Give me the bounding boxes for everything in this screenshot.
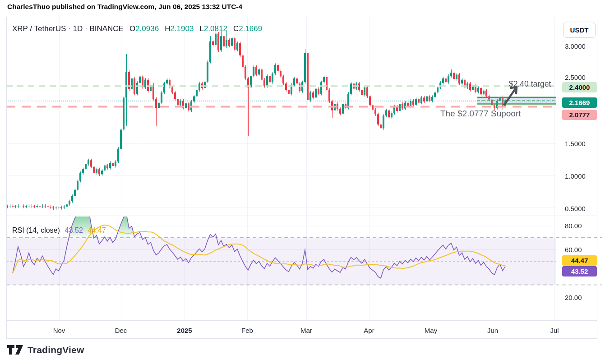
price-axis-label: 1.5000 bbox=[565, 140, 586, 147]
rsi-title: RSI (14, close) bbox=[12, 226, 60, 235]
symbol-legend: XRP / TetherUS · 1D · BINANCE O2.0936 H2… bbox=[12, 24, 262, 33]
rsi-ma-value: 44.47 bbox=[88, 226, 106, 235]
low-value: 2.0812 bbox=[204, 24, 227, 33]
publish-byline: CharlesThuo published on TradingView.com… bbox=[7, 3, 242, 11]
tradingview-glyph-icon bbox=[7, 345, 23, 355]
rsi-legend: RSI (14, close) 43.52 44.47 bbox=[12, 226, 106, 235]
close-value: 2.1669 bbox=[239, 24, 262, 33]
time-axis-label: Jun bbox=[476, 327, 509, 334]
high-label: H bbox=[165, 24, 170, 33]
time-axis-label: 2025 bbox=[168, 327, 201, 334]
rsi-axis-label: 20.00 bbox=[565, 294, 582, 301]
open-label: O bbox=[129, 24, 135, 33]
price-axis-label: 3.0000 bbox=[565, 42, 586, 50]
time-axis-label: Feb bbox=[231, 327, 263, 334]
low-label: L bbox=[199, 24, 203, 33]
time-axis-label: May bbox=[415, 327, 447, 334]
price-badge: 43.52 bbox=[562, 266, 597, 276]
price-axis-label: 2.5000 bbox=[565, 74, 586, 81]
time-axis-label: Mar bbox=[290, 327, 323, 334]
symbol-title: XRP / TetherUS · 1D · BINANCE bbox=[12, 24, 124, 33]
time-axis-label: Nov bbox=[43, 327, 75, 334]
price-badge: 2.4000 bbox=[562, 82, 597, 92]
snapshot-page: CharlesThuo published on TradingView.com… bbox=[0, 0, 605, 364]
support-annotation: The $2.0777 Supoort bbox=[440, 109, 521, 119]
tradingview-logo[interactable]: TradingView bbox=[7, 345, 84, 355]
time-axis-label: Dec bbox=[105, 327, 137, 334]
target-arrow-icon bbox=[503, 84, 521, 106]
rsi-axis-label: 60.00 bbox=[565, 246, 582, 253]
high-value: 2.1903 bbox=[170, 24, 194, 33]
time-axis-label: Apr bbox=[353, 327, 385, 334]
rsi-value: 43.52 bbox=[65, 226, 83, 235]
currency-toggle-button[interactable]: USDT bbox=[563, 22, 596, 38]
price-axis-label: 0.5000 bbox=[565, 205, 586, 212]
price-chart-canvas bbox=[0, 0, 605, 364]
price-axis-label: 1.0000 bbox=[565, 172, 586, 180]
open-value: 2.0936 bbox=[135, 24, 159, 33]
price-badge: 2.0777 bbox=[562, 110, 597, 120]
price-badge: 44.47 bbox=[562, 255, 597, 266]
time-axis-label: Jul bbox=[538, 327, 571, 334]
price-badge: 2.1669 bbox=[562, 97, 597, 108]
rsi-axis-label: 80.00 bbox=[565, 222, 582, 230]
tradingview-wordmark: TradingView bbox=[28, 345, 84, 355]
close-label: C bbox=[233, 24, 239, 33]
